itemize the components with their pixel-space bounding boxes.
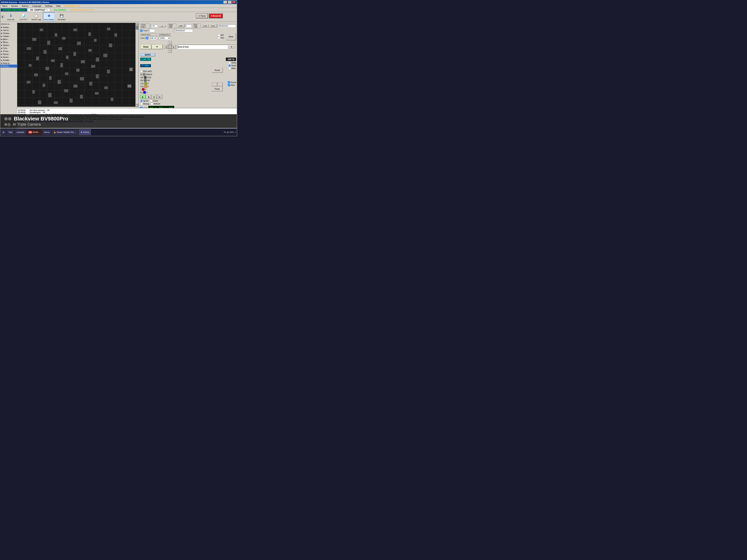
scan-block: [34, 73, 38, 76]
scan-block: [47, 41, 50, 45]
toolbar-smart[interactable]: 📊 S.M.A.R.T: [18, 12, 29, 21]
scroll-down-button[interactable]: ▼: [136, 104, 138, 106]
timeout-select[interactable]: 10000 5000 1000: [159, 36, 171, 40]
sidebar-item-computer[interactable]: ▶ Компь...: [0, 26, 17, 29]
toolbar-test-repair[interactable]: ⊕ Test & Repair: [43, 12, 55, 21]
scan-block: [70, 99, 73, 103]
sound-checkbox[interactable]: [228, 81, 230, 83]
sidebar-item-system[interactable]: ▶ Систе...: [0, 29, 17, 32]
dir-down-button[interactable]: ▼: [168, 49, 172, 53]
block-size-select[interactable]: 2048 1024 512: [149, 36, 157, 40]
break-all-button[interactable]: ✕ Break All: [209, 14, 223, 18]
scroll-up-button[interactable]: ▲: [136, 23, 138, 26]
toolbar-drive-info[interactable]: ℹ Drive Info: [5, 12, 17, 21]
end-lba-display[interactable]: [174, 29, 193, 32]
sleep-button[interactable]: Sleep: [226, 33, 236, 40]
end-lba-input[interactable]: [217, 24, 236, 28]
verify-label: Verify: [231, 62, 236, 64]
pio-radio[interactable]: [218, 37, 220, 39]
tab-close-icon[interactable]: ✕: [46, 9, 48, 11]
minimize-button[interactable]: _: [223, 1, 227, 4]
menu-item-help[interactable]: Help: [55, 5, 61, 7]
sidebar-item-security[interactable]: ▶ Безоп...: [0, 56, 17, 59]
watermark-subtitle: AI Triple Camera: [13, 122, 41, 127]
menu-item-language[interactable]: Language: [31, 5, 43, 7]
sidebar-item-server[interactable]: ▶ Серве...: [0, 35, 17, 38]
pause-button[interactable]: ⏸ Pause: [196, 14, 208, 18]
end-of-test-dropdown[interactable]: ▼: [228, 45, 235, 49]
end-lba-max-button[interactable]: MAX: [209, 24, 217, 27]
step-forward-button[interactable]: ⏭: [157, 95, 162, 99]
toolbar-smart-logs[interactable]: 📋 SMART Logs: [30, 12, 42, 21]
scan-dropdown-button[interactable]: ▼: [151, 45, 163, 49]
recall-button[interactable]: Recall: [212, 68, 223, 73]
menu-item-settings[interactable]: Settings: [44, 5, 54, 7]
stat-color-err: [143, 91, 146, 94]
sidebar-item-programs[interactable]: ▶ Прогр...: [0, 53, 17, 56]
sidebar-item-database[interactable]: ▶ База д...: [0, 61, 17, 64]
taskbar-total-commander[interactable]: Total: [7, 129, 14, 135]
tab-active[interactable]: SN: 43NIPFAQT ✕: [28, 8, 50, 11]
scan-scrollbar[interactable]: ▲ ▼: [135, 23, 138, 107]
end-time-input[interactable]: [150, 24, 158, 28]
small-btn-1[interactable]: [212, 82, 217, 86]
start-lba-cur-button[interactable]: CUR: [177, 24, 184, 27]
play-button[interactable]: ▶: [140, 95, 146, 99]
verify-radio[interactable]: [228, 61, 231, 64]
ddd-checkbox[interactable]: [140, 70, 143, 73]
taskbar-start-button[interactable]: ⊞: [1, 129, 6, 135]
block-size-auto-checkbox[interactable]: [146, 37, 148, 39]
dir-center-button[interactable]: [168, 45, 172, 49]
start-lba-input[interactable]: [185, 24, 191, 28]
remap-radio[interactable]: [140, 103, 143, 105]
menu-item-view-buffer[interactable]: View Buffer Live: [63, 5, 81, 7]
hints-checkbox[interactable]: [228, 84, 230, 86]
rewind-button[interactable]: ◀: [146, 95, 151, 99]
write-radio[interactable]: [228, 67, 231, 70]
taskbar-victoria[interactable]: ✚ Victoria: [79, 129, 91, 135]
sidebar-item-display[interactable]: ▶ Дисп...: [0, 38, 17, 41]
taskbar-aida64[interactable]: 64 AIDA6...: [27, 129, 41, 135]
read-radio[interactable]: [228, 64, 231, 67]
maximize-button[interactable]: □: [228, 1, 232, 4]
scroll-thumb[interactable]: [136, 26, 138, 30]
end-lba-cur-button[interactable]: CUR: [201, 24, 209, 27]
menu-item-service[interactable]: Service: [10, 5, 19, 7]
taskbar-xtreme[interactable]: xtreme: [42, 129, 51, 135]
sidebar-item-multi[interactable]: ▶ Муль...: [0, 41, 17, 44]
step-back-button[interactable]: ⏮: [151, 95, 157, 99]
refresh-radio[interactable]: [151, 103, 153, 105]
passp-button[interactable]: Passp: [212, 86, 223, 91]
expand-button[interactable]: ▶: [1, 15, 4, 18]
end-time-up-button[interactable]: ▲: [158, 25, 166, 27]
sidebar-item-devices[interactable]: ▶ Устро...: [0, 50, 17, 53]
toolbar-disk-editor[interactable]: 💾 Disk Editor: [56, 12, 68, 21]
sidebar-item-network[interactable]: ▶ Сеть: [0, 47, 17, 50]
erase-radio[interactable]: [150, 100, 152, 102]
write-label: Write: [231, 68, 236, 70]
quick-button[interactable]: QUICK: [140, 53, 155, 56]
sidebar-item-config[interactable]: ▶ Конфи...: [0, 59, 17, 61]
ignore-radio[interactable]: [140, 100, 143, 102]
ignore-label: Ignore: [143, 100, 149, 102]
api-radio[interactable]: [218, 34, 220, 36]
dir-up-button[interactable]: ▲: [168, 41, 172, 45]
timer-input[interactable]: [148, 29, 155, 32]
scan-block: [45, 67, 49, 70]
small-btn-2[interactable]: [217, 82, 223, 86]
menu-item-actions[interactable]: Actions: [21, 5, 29, 7]
close-button[interactable]: ✕: [232, 1, 236, 4]
dir-right-button[interactable]: ▶: [172, 45, 176, 49]
menu-item-menu[interactable]: Menu: [1, 5, 8, 7]
taskbar-windows[interactable]: mmander: [15, 129, 26, 135]
stat-threshold-gt: >: [140, 88, 141, 90]
scan-block: [88, 32, 91, 36]
scan-button[interactable]: Scan: [140, 45, 151, 49]
sidebar-item-os[interactable]: ▶ Опера...: [0, 32, 17, 35]
dir-left-button[interactable]: ◀: [164, 45, 168, 49]
sidebar-item-storage[interactable]: ▶ Хране...: [0, 44, 17, 47]
timer-label: Timer: [143, 30, 148, 32]
taskbar-stability-test[interactable]: 🔥 System Stability Test -...: [52, 129, 78, 135]
sidebar-item-tests[interactable]: ▶ Тесты...: [0, 64, 17, 68]
timer-checkbox[interactable]: [140, 29, 143, 32]
